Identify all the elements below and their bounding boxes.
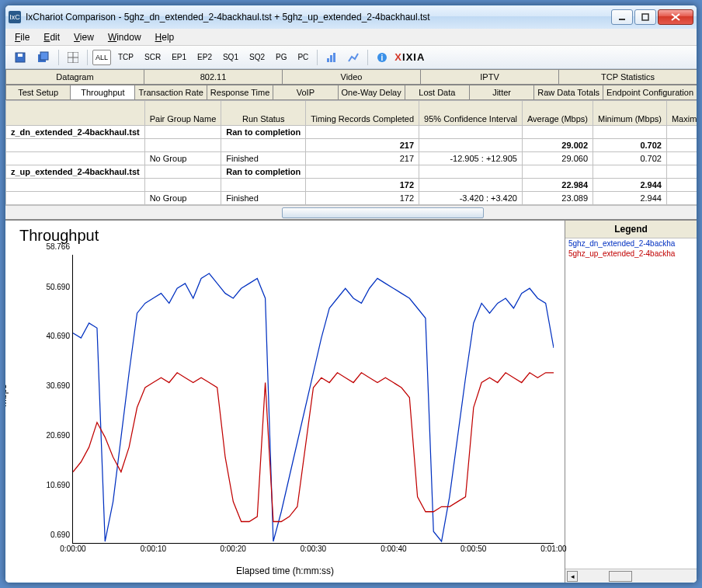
- table-row[interactable]: z_dn_extended_2-4backhaul.tst Ran to com…: [6, 126, 698, 139]
- table-row[interactable]: 172 22.984 2.944 39.216: [6, 179, 698, 192]
- col-avg[interactable]: Average (Mbps): [522, 101, 593, 126]
- legend-hscroll[interactable]: ◂: [565, 569, 697, 583]
- minimize-button[interactable]: [611, 9, 633, 25]
- tab-throughput[interactable]: Throughput: [70, 85, 135, 99]
- legend-header: Legend: [565, 221, 697, 238]
- svg-rect-11: [327, 58, 329, 62]
- maximize-button[interactable]: [634, 9, 656, 25]
- app-window: IxC IxChariot Comparison - 5ghz_dn_exten…: [5, 5, 697, 583]
- filter-ep1[interactable]: EP1: [168, 50, 190, 65]
- tab-tcpstats[interactable]: TCP Statistics: [558, 69, 697, 84]
- filter-pc[interactable]: PC: [294, 50, 312, 65]
- save-icon[interactable]: [10, 50, 30, 65]
- tab-video[interactable]: Video: [282, 69, 421, 84]
- chart-ylabel: Mbps: [5, 384, 9, 407]
- toolbar: ALL TCP SCR EP1 EP2 SQ1 SQ2 PG PC i XIXI…: [5, 46, 697, 69]
- col-min[interactable]: Minimum (Mbps): [593, 101, 667, 126]
- table-row[interactable]: z_up_extended_2-4backhaul.tst Ran to com…: [6, 165, 698, 179]
- chart-icon[interactable]: [322, 50, 341, 65]
- chart2-icon[interactable]: [344, 50, 363, 65]
- filter-sq1[interactable]: SQ1: [219, 50, 242, 65]
- titlebar[interactable]: IxC IxChariot Comparison - 5ghz_dn_exten…: [5, 5, 697, 29]
- brand-logo: XIXIA: [394, 51, 425, 63]
- results-table: Pair Group Name Run Status Timing Record…: [5, 100, 697, 220]
- legend-pane: Legend 5ghz_dn_extended_2-4backha 5ghz_u…: [565, 221, 697, 583]
- filter-ep2[interactable]: EP2: [193, 50, 216, 65]
- table-row[interactable]: 217 29.002 0.702 55.556: [6, 139, 698, 152]
- grid-icon[interactable]: [64, 50, 82, 65]
- tab-resptime[interactable]: Response Time: [207, 85, 273, 99]
- window-title: IxChariot Comparison - 5ghz_dn_extended_…: [26, 12, 611, 23]
- chart-pane: Throughput Mbps Elapsed time (h:mm:ss) 0…: [5, 221, 565, 583]
- tab-datagram[interactable]: Datagram: [5, 69, 144, 84]
- table-header-row: Pair Group Name Run Status Timing Record…: [6, 101, 698, 126]
- tab-80211[interactable]: 802.11: [144, 69, 283, 84]
- filter-all[interactable]: ALL: [92, 50, 111, 65]
- tab-iptv[interactable]: IPTV: [420, 69, 559, 84]
- tab-voip[interactable]: VoIP: [273, 85, 338, 99]
- legend-item[interactable]: 5ghz_dn_extended_2-4backha: [565, 238, 697, 249]
- table-row[interactable]: No Group Finished 172 -3.420 : +3.420 23…: [6, 192, 698, 205]
- col-blank[interactable]: [6, 101, 145, 126]
- col-trc[interactable]: Timing Records Completed: [306, 101, 419, 126]
- filter-scr[interactable]: SCR: [141, 50, 165, 65]
- tab-lostdata[interactable]: Lost Data: [405, 85, 470, 99]
- svg-rect-5: [18, 54, 23, 57]
- scroll-left-icon[interactable]: ◂: [567, 571, 578, 582]
- tab-row-category: Datagram 802.11 Video IPTV TCP Statistic…: [5, 69, 697, 85]
- legend-item[interactable]: 5ghz_up_extended_2-4backha: [565, 249, 697, 259]
- tab-endpointcfg[interactable]: Endpoint Configuration: [603, 85, 697, 99]
- close-button[interactable]: [658, 9, 693, 25]
- menubar: File Edit View Window Help: [5, 29, 697, 46]
- col-ci[interactable]: 95% Confidence Interval: [419, 101, 523, 126]
- svg-rect-12: [330, 55, 332, 62]
- tab-testsetup[interactable]: Test Setup: [5, 85, 71, 99]
- filter-pg[interactable]: PG: [272, 50, 290, 65]
- menu-file[interactable]: File: [9, 30, 36, 44]
- table-row[interactable]: No Group Finished 217 -12.905 : +12.905 …: [6, 152, 698, 165]
- col-pairgroup[interactable]: Pair Group Name: [144, 101, 221, 126]
- app-icon: IxC: [9, 11, 21, 23]
- menu-window[interactable]: Window: [102, 30, 148, 44]
- svg-rect-13: [333, 53, 335, 62]
- save-all-icon[interactable]: [33, 50, 54, 65]
- chart-svg: [73, 255, 554, 543]
- scroll-thumb[interactable]: [609, 571, 632, 582]
- col-runstatus[interactable]: Run Status: [221, 101, 306, 126]
- menu-view[interactable]: View: [68, 30, 100, 44]
- chart-xlabel: Elapsed time (h:mm:ss): [236, 565, 334, 576]
- table-hscroll[interactable]: [5, 205, 697, 219]
- menu-help[interactable]: Help: [149, 30, 181, 44]
- chart-plot[interactable]: 0.690 10.690 20.690 30.690 40.690 50.690…: [72, 255, 554, 544]
- col-max[interactable]: Maximum (Mbps): [666, 101, 697, 126]
- tab-onewaydelay[interactable]: One-Way Delay: [338, 85, 405, 99]
- svg-text:i: i: [381, 54, 384, 62]
- info-icon[interactable]: i: [373, 50, 391, 65]
- filter-sq2[interactable]: SQ2: [245, 50, 269, 65]
- menu-edit[interactable]: Edit: [37, 30, 66, 44]
- filter-tcp[interactable]: TCP: [114, 50, 137, 65]
- svg-rect-7: [40, 52, 48, 60]
- tab-transrate[interactable]: Transaction Rate: [134, 85, 207, 99]
- tab-row-metric: Test Setup Throughput Transaction Rate R…: [5, 85, 697, 100]
- tab-rawdata[interactable]: Raw Data Totals: [533, 85, 603, 99]
- svg-rect-1: [642, 14, 648, 20]
- tab-jitter[interactable]: Jitter: [469, 85, 534, 99]
